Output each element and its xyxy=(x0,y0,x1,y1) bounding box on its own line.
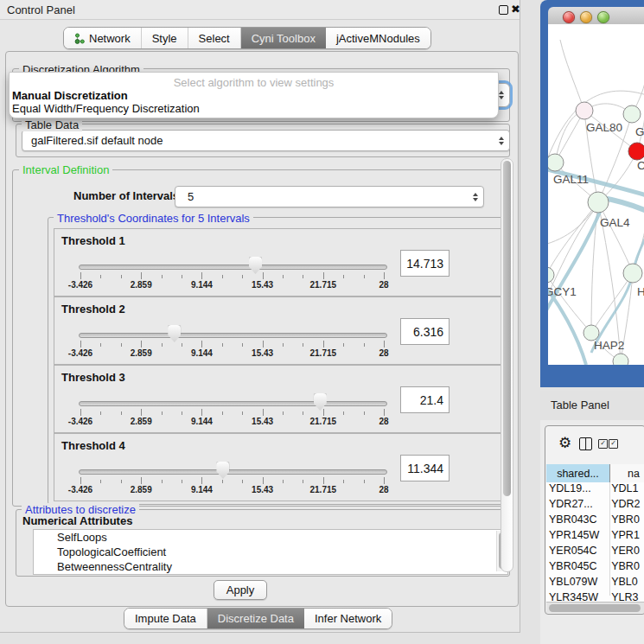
attribute-list-item[interactable]: BetweennessCentrality xyxy=(34,559,507,574)
tab-style[interactable]: Style xyxy=(142,28,188,48)
minimize-traffic-light-icon[interactable] xyxy=(580,11,592,23)
node-gal4[interactable] xyxy=(588,192,609,213)
threshold-value-field[interactable]: 6.316 xyxy=(400,318,450,345)
scrollbar-thumb[interactable] xyxy=(503,161,511,496)
attribute-list-item[interactable]: TopologicalCoefficient xyxy=(34,545,507,559)
cell-shared-name[interactable]: YPR145W xyxy=(546,529,606,545)
slider-thumb[interactable] xyxy=(314,393,327,411)
tick-mark xyxy=(384,341,385,348)
node-gal80[interactable] xyxy=(576,102,593,119)
tab-network[interactable]: Network xyxy=(64,28,142,48)
scrollbar-thumb[interactable] xyxy=(549,604,641,612)
network-canvas[interactable]: GAL80 GA C GAL11 GAL4 GCY1 H HAP2 xyxy=(548,24,644,365)
apply-button[interactable]: Apply xyxy=(214,580,267,600)
attribute-list-item[interactable]: SelfLoops xyxy=(34,530,507,545)
node[interactable] xyxy=(613,354,628,365)
slider-track[interactable] xyxy=(79,265,387,270)
number-of-intervals-combobox[interactable]: 5 xyxy=(175,186,484,207)
table-row[interactable]: YDR27...YDR2 xyxy=(546,498,644,513)
cell-name[interactable]: YER0 xyxy=(606,545,644,560)
table-row[interactable]: YBR045CYBR0 xyxy=(546,560,644,576)
tab-cyni-toolbox[interactable]: Cyni Toolbox xyxy=(241,28,326,48)
table-body[interactable]: YDL19...YDL1YDR27...YDR2YBR043CYBR0YPR14… xyxy=(546,482,644,603)
table-horizontal-scrollbar[interactable] xyxy=(546,602,644,613)
cell-name[interactable]: YBL0 xyxy=(606,576,644,591)
tick-mark xyxy=(80,409,81,416)
column-header-name[interactable]: na xyxy=(610,464,644,482)
table-data-combobox[interactable]: galFiltered.sif default node xyxy=(22,130,510,151)
popup-item-equal-width-frequency[interactable]: Equal Width/Frequency Discretization xyxy=(12,102,200,115)
cell-name[interactable]: YDL1 xyxy=(606,482,644,498)
tab-select[interactable]: Select xyxy=(188,28,241,48)
table-panel-title: Table Panel xyxy=(551,399,609,411)
cell-shared-name[interactable]: YER054C xyxy=(546,545,606,560)
tab-impute-data[interactable]: Impute Data xyxy=(124,609,207,628)
tick-mark xyxy=(343,411,344,415)
table-row[interactable]: YER054CYER0 xyxy=(546,545,644,560)
tick-mark xyxy=(201,341,202,348)
zoom-traffic-light-icon[interactable] xyxy=(597,11,609,23)
tick-label: 15.43 xyxy=(252,348,273,358)
checkbox-checked-icon[interactable]: ✓ xyxy=(598,439,608,449)
table-row[interactable]: YBR043CYBR0 xyxy=(546,513,644,529)
table-panel-titlebar[interactable]: Table Panel xyxy=(540,391,644,421)
node[interactable] xyxy=(623,105,641,123)
cell-shared-name[interactable]: YDR27... xyxy=(546,498,606,513)
tab-infer-network[interactable]: Infer Network xyxy=(304,609,392,628)
numerical-attributes-list[interactable]: SelfLoopsTopologicalCoefficientBetweenne… xyxy=(33,529,508,575)
control-panel-titlebar[interactable]: Control Panel ✖ xyxy=(0,0,520,20)
split-columns-icon[interactable] xyxy=(579,437,592,450)
tick-mark xyxy=(80,477,81,484)
tick-mark xyxy=(80,272,81,279)
node-label: GAL4 xyxy=(600,216,630,229)
tick-label: 21.715 xyxy=(310,280,337,290)
network-window-titlebar[interactable] xyxy=(548,7,644,25)
threshold-slider-box: Threshold 2 -3.4262.8599.14415.4321.7152… xyxy=(54,296,501,365)
popup-item-manual-discretization[interactable]: Manual Discretization xyxy=(12,89,128,102)
float-window-icon[interactable] xyxy=(499,5,508,15)
node[interactable] xyxy=(623,264,642,283)
tick-mark xyxy=(141,341,142,348)
tick-mark xyxy=(80,341,81,348)
slider-thumb[interactable] xyxy=(168,325,181,342)
tick-mark xyxy=(242,480,243,483)
cell-name[interactable]: YPR1 xyxy=(606,529,644,545)
node-gal11[interactable] xyxy=(548,154,564,171)
threshold-value-field[interactable]: 11.344 xyxy=(400,455,450,481)
slider-track[interactable] xyxy=(79,469,387,475)
cell-name[interactable]: YBR0 xyxy=(606,513,644,529)
close-icon[interactable]: ✖ xyxy=(511,3,520,16)
close-traffic-light-icon[interactable] xyxy=(563,11,575,23)
tab-discretize-data[interactable]: Discretize Data xyxy=(207,609,304,628)
cell-shared-name[interactable]: YBR045C xyxy=(546,560,606,576)
table-row[interactable]: YPR145WYPR1 xyxy=(546,529,644,545)
table-row[interactable]: YBL079WYBL0 xyxy=(546,576,644,591)
tick-mark xyxy=(121,411,122,415)
slider-track[interactable] xyxy=(79,401,387,406)
column-divider xyxy=(609,482,610,596)
cell-name[interactable]: YDR2 xyxy=(606,498,644,513)
slider-thumb[interactable] xyxy=(249,257,262,274)
node-gcy1[interactable] xyxy=(548,267,554,283)
tab-jactivemnodules[interactable]: jActiveMNodules xyxy=(326,28,430,48)
tick-mark xyxy=(222,411,223,415)
slider-thumb[interactable] xyxy=(216,462,229,479)
slider-track[interactable] xyxy=(79,333,387,338)
cell-name[interactable]: YBR0 xyxy=(606,560,644,576)
thresholds-group-title: Threshold's Coordinates for 5 Intervals xyxy=(54,212,253,225)
panel-vertical-scrollbar[interactable] xyxy=(501,158,513,572)
tick-mark xyxy=(201,409,202,416)
tick-label: 9.144 xyxy=(191,417,213,426)
tick-label: 9.144 xyxy=(191,280,213,290)
cell-shared-name[interactable]: YBL079W xyxy=(546,576,606,591)
threshold-value-field[interactable]: 21.4 xyxy=(400,386,450,413)
gear-icon[interactable]: ⚙ xyxy=(558,434,571,452)
algorithm-dropdown-popup: Select algorithm to view settings Manual… xyxy=(9,72,499,118)
checkbox-checked-icon[interactable]: ✓ xyxy=(609,439,618,449)
node-selected-red[interactable] xyxy=(628,143,644,160)
threshold-value-field[interactable]: 14.713 xyxy=(400,250,450,277)
table-row[interactable]: YDL19...YDL1 xyxy=(546,482,644,498)
cell-shared-name[interactable]: YBR043C xyxy=(546,513,606,529)
column-header-shared-name[interactable]: shared... xyxy=(546,464,610,482)
cell-shared-name[interactable]: YDL19... xyxy=(546,482,606,498)
